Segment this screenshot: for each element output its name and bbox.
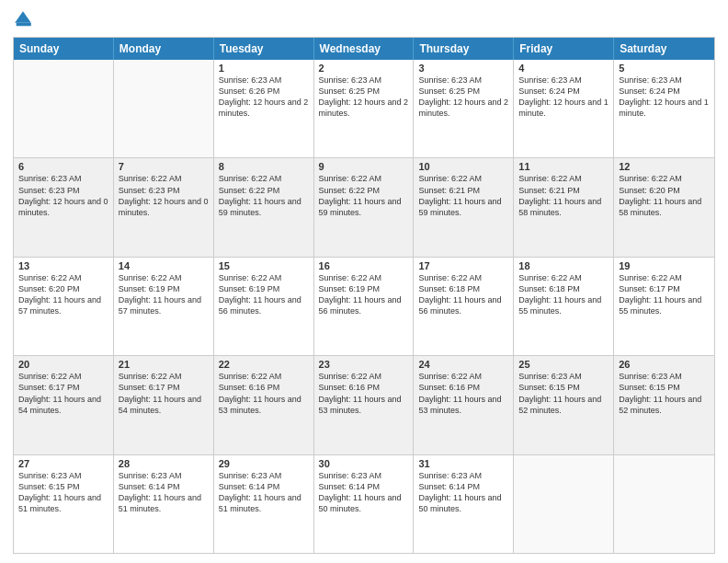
calendar-body: 1Sunrise: 6:23 AM Sunset: 6:26 PM Daylig… (14, 60, 714, 553)
cell-details: Sunrise: 6:23 AM Sunset: 6:25 PM Dayligh… (418, 75, 508, 120)
day-cell-19: 19Sunrise: 6:22 AM Sunset: 6:17 PM Dayli… (614, 258, 714, 355)
empty-cell (614, 455, 714, 553)
day-cell-26: 26Sunrise: 6:23 AM Sunset: 6:15 PM Dayli… (614, 356, 714, 454)
day-number: 30 (319, 458, 409, 469)
cell-details: Sunrise: 6:22 AM Sunset: 6:19 PM Dayligh… (319, 272, 409, 317)
calendar: SundayMondayTuesdayWednesdayThursdayFrid… (13, 37, 715, 554)
day-cell-3: 3Sunrise: 6:23 AM Sunset: 6:25 PM Daylig… (414, 60, 514, 157)
day-number: 19 (619, 260, 710, 271)
header (13, 9, 715, 29)
cell-details: Sunrise: 6:22 AM Sunset: 6:16 PM Dayligh… (219, 371, 309, 416)
cell-details: Sunrise: 6:22 AM Sunset: 6:19 PM Dayligh… (119, 272, 209, 317)
day-number: 11 (518, 161, 609, 172)
day-number: 25 (518, 359, 609, 370)
cell-details: Sunrise: 6:22 AM Sunset: 6:16 PM Dayligh… (418, 371, 508, 416)
calendar-row-5: 27Sunrise: 6:23 AM Sunset: 6:15 PM Dayli… (14, 455, 714, 553)
day-of-week-monday: Monday (114, 38, 214, 60)
empty-cell (514, 455, 614, 553)
day-number: 6 (18, 161, 108, 172)
day-cell-17: 17Sunrise: 6:22 AM Sunset: 6:18 PM Dayli… (414, 258, 514, 355)
day-of-week-wednesday: Wednesday (314, 38, 415, 60)
calendar-row-1: 1Sunrise: 6:23 AM Sunset: 6:26 PM Daylig… (14, 60, 714, 158)
empty-cell (114, 60, 214, 157)
day-number: 5 (619, 63, 710, 74)
day-cell-25: 25Sunrise: 6:23 AM Sunset: 6:15 PM Dayli… (514, 356, 614, 454)
svg-marker-0 (15, 11, 31, 22)
day-cell-16: 16Sunrise: 6:22 AM Sunset: 6:19 PM Dayli… (314, 258, 415, 355)
day-cell-30: 30Sunrise: 6:23 AM Sunset: 6:14 PM Dayli… (314, 455, 415, 553)
logo-icon (13, 9, 33, 29)
day-cell-1: 1Sunrise: 6:23 AM Sunset: 6:26 PM Daylig… (214, 60, 314, 157)
day-number: 29 (219, 458, 309, 469)
day-cell-18: 18Sunrise: 6:22 AM Sunset: 6:18 PM Dayli… (514, 258, 614, 355)
cell-details: Sunrise: 6:23 AM Sunset: 6:24 PM Dayligh… (518, 75, 609, 120)
day-number: 12 (619, 161, 710, 172)
cell-details: Sunrise: 6:22 AM Sunset: 6:21 PM Dayligh… (518, 173, 609, 218)
cell-details: Sunrise: 6:23 AM Sunset: 6:14 PM Dayligh… (219, 470, 309, 515)
day-number: 27 (18, 458, 108, 469)
calendar-row-4: 20Sunrise: 6:22 AM Sunset: 6:17 PM Dayli… (14, 356, 714, 454)
calendar-header: SundayMondayTuesdayWednesdayThursdayFrid… (14, 38, 714, 60)
cell-details: Sunrise: 6:22 AM Sunset: 6:16 PM Dayligh… (319, 371, 409, 416)
day-cell-29: 29Sunrise: 6:23 AM Sunset: 6:14 PM Dayli… (214, 455, 314, 553)
day-cell-15: 15Sunrise: 6:22 AM Sunset: 6:19 PM Dayli… (214, 258, 314, 355)
day-cell-28: 28Sunrise: 6:23 AM Sunset: 6:14 PM Dayli… (114, 455, 214, 553)
day-cell-8: 8Sunrise: 6:22 AM Sunset: 6:22 PM Daylig… (214, 158, 314, 256)
day-cell-24: 24Sunrise: 6:22 AM Sunset: 6:16 PM Dayli… (414, 356, 514, 454)
cell-details: Sunrise: 6:23 AM Sunset: 6:15 PM Dayligh… (18, 470, 108, 515)
day-number: 28 (119, 458, 209, 469)
day-of-week-saturday: Saturday (614, 38, 714, 60)
day-number: 16 (319, 260, 409, 271)
day-number: 21 (119, 359, 209, 370)
day-cell-11: 11Sunrise: 6:22 AM Sunset: 6:21 PM Dayli… (514, 158, 614, 256)
day-number: 22 (219, 359, 309, 370)
cell-details: Sunrise: 6:22 AM Sunset: 6:18 PM Dayligh… (518, 272, 609, 317)
day-number: 24 (418, 359, 508, 370)
cell-details: Sunrise: 6:22 AM Sunset: 6:18 PM Dayligh… (418, 272, 508, 317)
day-cell-6: 6Sunrise: 6:23 AM Sunset: 6:23 PM Daylig… (14, 158, 114, 256)
day-number: 31 (418, 458, 508, 469)
cell-details: Sunrise: 6:22 AM Sunset: 6:17 PM Dayligh… (18, 371, 108, 416)
cell-details: Sunrise: 6:22 AM Sunset: 6:20 PM Dayligh… (619, 173, 710, 218)
cell-details: Sunrise: 6:23 AM Sunset: 6:14 PM Dayligh… (119, 470, 209, 515)
day-cell-21: 21Sunrise: 6:22 AM Sunset: 6:17 PM Dayli… (114, 356, 214, 454)
day-cell-7: 7Sunrise: 6:22 AM Sunset: 6:23 PM Daylig… (114, 158, 214, 256)
cell-details: Sunrise: 6:23 AM Sunset: 6:25 PM Dayligh… (319, 75, 409, 120)
day-number: 7 (119, 161, 209, 172)
logo (13, 9, 35, 29)
day-cell-2: 2Sunrise: 6:23 AM Sunset: 6:25 PM Daylig… (314, 60, 415, 157)
cell-details: Sunrise: 6:22 AM Sunset: 6:23 PM Dayligh… (119, 173, 209, 218)
day-cell-13: 13Sunrise: 6:22 AM Sunset: 6:20 PM Dayli… (14, 258, 114, 355)
day-number: 13 (18, 260, 108, 271)
day-cell-22: 22Sunrise: 6:22 AM Sunset: 6:16 PM Dayli… (214, 356, 314, 454)
day-number: 15 (219, 260, 309, 271)
day-number: 9 (319, 161, 409, 172)
cell-details: Sunrise: 6:22 AM Sunset: 6:17 PM Dayligh… (619, 272, 710, 317)
cell-details: Sunrise: 6:22 AM Sunset: 6:22 PM Dayligh… (219, 173, 309, 218)
day-number: 18 (518, 260, 609, 271)
cell-details: Sunrise: 6:22 AM Sunset: 6:21 PM Dayligh… (418, 173, 508, 218)
day-of-week-tuesday: Tuesday (214, 38, 314, 60)
day-cell-23: 23Sunrise: 6:22 AM Sunset: 6:16 PM Dayli… (314, 356, 415, 454)
day-cell-27: 27Sunrise: 6:23 AM Sunset: 6:15 PM Dayli… (14, 455, 114, 553)
day-cell-31: 31Sunrise: 6:23 AM Sunset: 6:14 PM Dayli… (414, 455, 514, 553)
day-of-week-sunday: Sunday (14, 38, 114, 60)
day-number: 14 (119, 260, 209, 271)
cell-details: Sunrise: 6:23 AM Sunset: 6:14 PM Dayligh… (418, 470, 508, 515)
day-number: 26 (619, 359, 710, 370)
day-number: 1 (219, 63, 309, 74)
cell-details: Sunrise: 6:22 AM Sunset: 6:20 PM Dayligh… (18, 272, 108, 317)
day-number: 2 (319, 63, 409, 74)
day-cell-9: 9Sunrise: 6:22 AM Sunset: 6:22 PM Daylig… (314, 158, 415, 256)
day-number: 23 (319, 359, 409, 370)
day-number: 3 (418, 63, 508, 74)
cell-details: Sunrise: 6:23 AM Sunset: 6:14 PM Dayligh… (319, 470, 409, 515)
cell-details: Sunrise: 6:23 AM Sunset: 6:26 PM Dayligh… (219, 75, 309, 120)
day-number: 4 (518, 63, 609, 74)
day-cell-10: 10Sunrise: 6:22 AM Sunset: 6:21 PM Dayli… (414, 158, 514, 256)
day-number: 10 (418, 161, 508, 172)
cell-details: Sunrise: 6:23 AM Sunset: 6:23 PM Dayligh… (18, 173, 108, 218)
cell-details: Sunrise: 6:22 AM Sunset: 6:22 PM Dayligh… (319, 173, 409, 218)
day-of-week-friday: Friday (514, 38, 614, 60)
day-cell-5: 5Sunrise: 6:23 AM Sunset: 6:24 PM Daylig… (614, 60, 714, 157)
